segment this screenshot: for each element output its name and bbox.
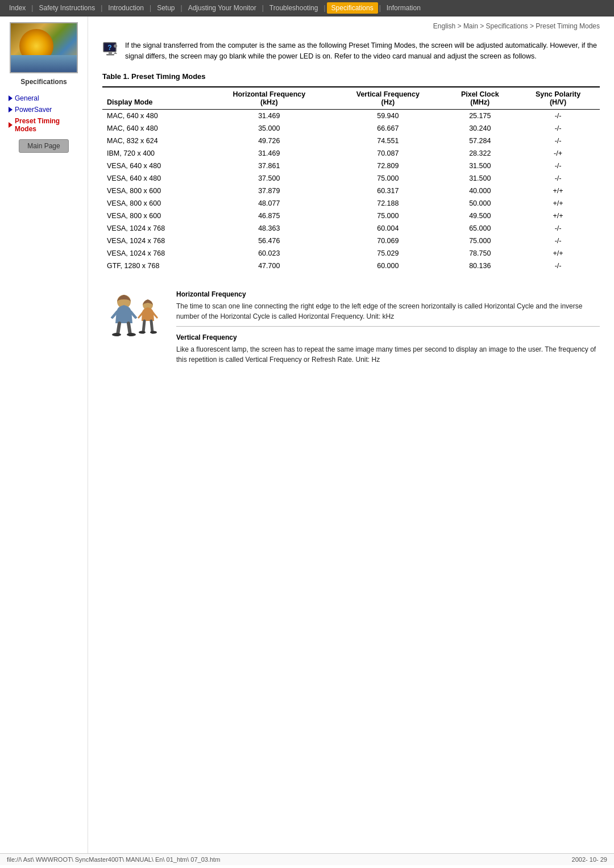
nav-separator: |	[322, 4, 326, 12]
glossary-term-definition: The time to scan one line connecting the…	[176, 301, 600, 322]
glossary-icon	[102, 289, 165, 340]
table-cell-pixel: 65.000	[443, 222, 516, 235]
nav-item-safety-instructions[interactable]: Safety Instructions	[34, 2, 99, 14]
footer: file://\ Ast\ WWWROOT\ SyncMaster400T\ M…	[0, 853, 614, 865]
table-cell-h_freq: 37.861	[206, 160, 332, 172]
table-cell-v_freq: 60.004	[332, 222, 443, 235]
nav-bar: Index|Safety Instructions|Introduction|S…	[0, 0, 614, 16]
table-row: MAC, 832 x 62449.72674.55157.284-/-	[102, 135, 600, 147]
table-cell-pixel: 28.322	[443, 147, 516, 160]
table-cell-mode: VESA, 1024 x 768	[102, 247, 206, 260]
spec-table: Display Mode Horizontal Frequency(kHz) V…	[102, 86, 600, 272]
table-cell-h_freq: 60.023	[206, 247, 332, 260]
table-cell-mode: VESA, 800 x 600	[102, 210, 206, 222]
footer-date: 2002- 10- 29	[572, 856, 607, 863]
sidebar-nav-item-preset-timing-modes[interactable]: Preset Timing Modes	[0, 115, 88, 135]
table-row: VESA, 1024 x 76848.36360.00465.000-/-	[102, 222, 600, 235]
main-page-button[interactable]: Main Page	[19, 139, 68, 153]
table-cell-sync: -/-	[516, 172, 600, 185]
arrow-icon	[9, 107, 13, 112]
table-cell-h_freq: 56.476	[206, 235, 332, 247]
table-cell-v_freq: 66.667	[332, 122, 443, 135]
arrow-icon	[9, 122, 13, 128]
col-header-4: Pixel Clock(MHz)	[443, 87, 516, 110]
nav-separator: |	[261, 4, 265, 12]
table-row: VESA, 640 x 48037.50075.00031.500-/-	[102, 172, 600, 185]
content-area: English > Main > Specifications > Preset…	[88, 16, 614, 853]
table-cell-sync: -/-	[516, 260, 600, 272]
info-icon: ?	[102, 41, 118, 57]
arrow-icon	[9, 95, 13, 101]
nav-separator: |	[180, 4, 184, 12]
svg-text:?: ?	[107, 44, 111, 52]
table-cell-mode: MAC, 640 x 480	[102, 122, 206, 135]
table-cell-v_freq: 75.000	[332, 210, 443, 222]
nav-item-adjusting-your-monitor[interactable]: Adjusting Your Monitor	[184, 2, 261, 14]
table-cell-v_freq: 70.087	[332, 147, 443, 160]
nav-item-information[interactable]: Information	[382, 2, 425, 14]
col-header-2: Horizontal Frequency(kHz)	[206, 87, 332, 110]
sidebar: Specifications GeneralPowerSaverPreset T…	[0, 16, 88, 853]
sidebar-nav-label: PowerSaver	[15, 106, 52, 114]
nav-item-setup[interactable]: Setup	[152, 2, 179, 14]
table-cell-mode: VESA, 800 x 600	[102, 185, 206, 197]
table-cell-pixel: 49.500	[443, 210, 516, 222]
table-cell-h_freq: 46.875	[206, 210, 332, 222]
table-row: VESA, 800 x 60046.87575.00049.500+/+	[102, 210, 600, 222]
table-cell-sync: +/+	[516, 210, 600, 222]
nav-item-specifications[interactable]: Specifications	[327, 2, 378, 14]
table-cell-mode: VESA, 640 x 480	[102, 160, 206, 172]
table-cell-h_freq: 47.700	[206, 260, 332, 272]
table-cell-pixel: 30.240	[443, 122, 516, 135]
table-cell-pixel: 78.750	[443, 247, 516, 260]
nav-item-troubleshooting[interactable]: Troubleshooting	[265, 2, 323, 14]
table-cell-v_freq: 75.000	[332, 172, 443, 185]
nav-item-index[interactable]: Index	[5, 2, 30, 14]
nav-item-introduction[interactable]: Introduction	[103, 2, 148, 14]
table-cell-mode: VESA, 640 x 480	[102, 172, 206, 185]
table-cell-mode: GTF, 1280 x 768	[102, 260, 206, 272]
table-row: VESA, 640 x 48037.86172.80931.500-/-	[102, 160, 600, 172]
table-cell-h_freq: 31.469	[206, 109, 332, 122]
nav-separator: |	[99, 4, 103, 12]
table-cell-sync: -/-	[516, 135, 600, 147]
sidebar-nav-label: General	[15, 94, 39, 102]
table-cell-mode: MAC, 832 x 624	[102, 135, 206, 147]
table-row: VESA, 1024 x 76860.02375.02978.750+/+	[102, 247, 600, 260]
table-row: VESA, 1024 x 76856.47670.06975.000-/-	[102, 235, 600, 247]
table-cell-v_freq: 75.029	[332, 247, 443, 260]
table-row: VESA, 800 x 60048.07772.18850.000+/+	[102, 197, 600, 210]
svg-point-10	[150, 331, 157, 333]
glossary-divider	[176, 326, 600, 327]
table-cell-sync: +/+	[516, 197, 600, 210]
col-header-3: Vertical Frequency(Hz)	[332, 87, 443, 110]
glossary-text: Horizontal FrequencyThe time to scan one…	[176, 289, 600, 369]
table-cell-v_freq: 72.188	[332, 197, 443, 210]
table-cell-pixel: 80.136	[443, 260, 516, 272]
table-cell-sync: -/-	[516, 235, 600, 247]
glossary-section: Horizontal FrequencyThe time to scan one…	[102, 289, 600, 369]
table-cell-h_freq: 37.500	[206, 172, 332, 185]
table-cell-h_freq: 48.077	[206, 197, 332, 210]
table-cell-h_freq: 48.363	[206, 222, 332, 235]
glossary-term-title: Horizontal Frequency	[176, 289, 600, 299]
nav-separator: |	[30, 4, 34, 12]
table-cell-v_freq: 60.000	[332, 260, 443, 272]
table-row: VESA, 800 x 60037.87960.31740.000+/+	[102, 185, 600, 197]
footer-path: file://\ Ast\ WWWROOT\ SyncMaster400T\ M…	[7, 856, 220, 863]
table-cell-pixel: 40.000	[443, 185, 516, 197]
table-cell-pixel: 31.500	[443, 160, 516, 172]
sidebar-nav-item-general[interactable]: General	[0, 93, 88, 104]
main-wrapper: Specifications GeneralPowerSaverPreset T…	[0, 16, 614, 853]
table-cell-sync: -/-	[516, 122, 600, 135]
sidebar-nav-item-powersaver[interactable]: PowerSaver	[0, 104, 88, 115]
table-cell-mode: MAC, 640 x 480	[102, 109, 206, 122]
table-cell-pixel: 57.284	[443, 135, 516, 147]
sidebar-image	[10, 22, 78, 73]
table-row: GTF, 1280 x 76847.70060.00080.136-/-	[102, 260, 600, 272]
table-cell-h_freq: 31.469	[206, 147, 332, 160]
svg-point-6	[112, 333, 121, 336]
sidebar-nav: GeneralPowerSaverPreset Timing Modes	[0, 93, 88, 135]
table-cell-mode: VESA, 1024 x 768	[102, 222, 206, 235]
nav-separator: |	[148, 4, 152, 12]
